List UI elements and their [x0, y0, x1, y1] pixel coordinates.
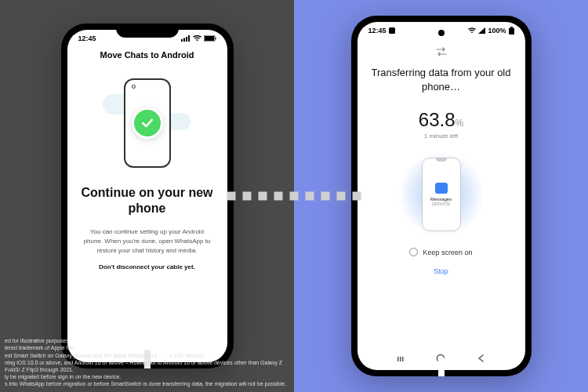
- svg-rect-3: [188, 35, 190, 42]
- stop-button[interactable]: Stop: [434, 263, 448, 280]
- keep-screen-label: Keep screen on: [423, 249, 472, 256]
- signal-icon: [181, 35, 191, 42]
- mini-phone-illustration: Messages 2300/4732: [422, 158, 461, 231]
- svg-rect-7: [389, 27, 395, 34]
- svg-rect-8: [510, 27, 513, 28]
- svg-rect-5: [205, 36, 214, 41]
- cable: [438, 358, 445, 376]
- phone-illustration: [114, 72, 181, 174]
- nav-recent-button[interactable]: [395, 353, 406, 367]
- wifi-icon: [468, 27, 476, 34]
- item-count: 2300/4732: [432, 201, 451, 206]
- nav-back-button[interactable]: [476, 353, 487, 367]
- android-frame: 12:45 100% Transferring data from your o…: [351, 16, 532, 376]
- battery-text: 100%: [488, 27, 506, 34]
- svg-rect-9: [509, 28, 514, 35]
- body-text: You can continue setting up your Android…: [82, 227, 213, 256]
- svg-rect-1: [183, 38, 185, 42]
- left-content: Move Chats to Android Continue on your n…: [67, 44, 227, 362]
- status-time: 12:45: [78, 34, 96, 42]
- battery-icon: [509, 27, 514, 34]
- status-icons: [181, 35, 216, 42]
- warning-text: Don't disconnect your cable yet.: [99, 263, 195, 270]
- time-remaining: 1 minute left: [424, 132, 459, 140]
- svg-rect-11: [400, 357, 401, 361]
- transfer-visual: Messages 2300/4732: [394, 147, 488, 241]
- main-heading: Continue on your new phone: [82, 185, 213, 216]
- transfer-icon: [435, 45, 448, 60]
- messages-icon: [435, 183, 448, 194]
- battery-icon: [204, 35, 216, 42]
- progress-percent: 63.8%: [419, 109, 463, 131]
- checkmark-icon: [132, 107, 163, 139]
- iphone-frame: 12:45 Move Chats to Android: [61, 24, 234, 368]
- notch: [116, 24, 179, 38]
- page-title: Move Chats to Android: [100, 50, 194, 60]
- iphone-screen: 12:45 Move Chats to Android: [67, 30, 227, 362]
- svg-rect-10: [397, 357, 399, 361]
- signal-icon: [478, 27, 485, 34]
- svg-rect-12: [402, 357, 404, 361]
- disclaimer-text: ed for illustrative purposes. tered trad…: [5, 337, 295, 387]
- svg-rect-0: [181, 39, 183, 42]
- status-time: 12:45: [368, 27, 387, 34]
- keep-screen-option[interactable]: Keep screen on: [409, 248, 472, 256]
- android-screen: 12:45 100% Transferring data from your o…: [358, 22, 525, 370]
- illustration-camera: [132, 85, 136, 89]
- punch-hole: [438, 30, 445, 36]
- svg-rect-6: [215, 38, 216, 40]
- wifi-icon: [193, 35, 201, 42]
- notification-icon: [389, 27, 395, 34]
- transfer-dots: [227, 192, 361, 201]
- radio-icon[interactable]: [409, 248, 418, 256]
- transfer-title: Transferring data from your old phone…: [372, 66, 511, 93]
- svg-rect-2: [186, 37, 187, 42]
- right-content: Transferring data from your old phone… 6…: [358, 36, 525, 348]
